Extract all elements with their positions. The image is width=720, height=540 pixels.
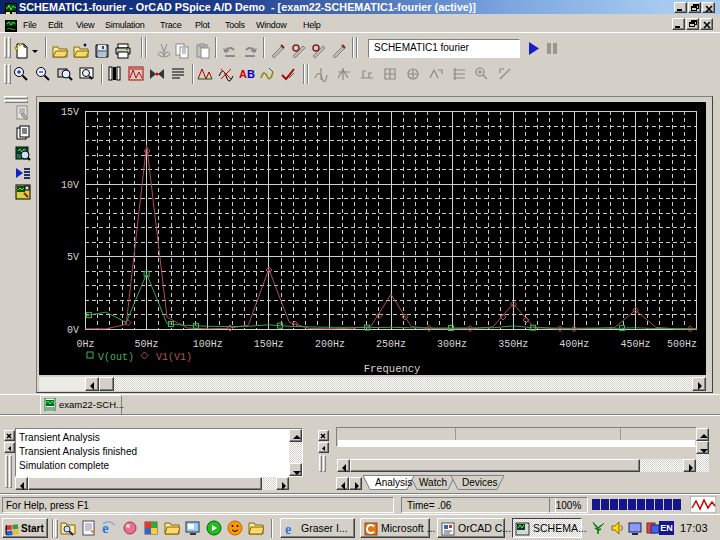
svg-text:e: e: [285, 522, 291, 537]
svg-text:15V: 15V: [61, 107, 79, 118]
svg-text:5V: 5V: [67, 252, 79, 263]
svg-text:350Hz: 350Hz: [498, 339, 528, 350]
svg-text:400Hz: 400Hz: [559, 339, 589, 350]
svg-text:300Hz: 300Hz: [437, 339, 467, 350]
svg-text:10V: 10V: [61, 180, 79, 191]
svg-text:V1(V1): V1(V1): [156, 352, 192, 363]
svg-text:100Hz: 100Hz: [193, 339, 223, 350]
svg-text:B: B: [247, 68, 255, 80]
svg-text:A: A: [239, 68, 247, 80]
svg-text:Watch: Watch: [419, 477, 447, 488]
svg-text:250Hz: 250Hz: [376, 339, 406, 350]
svg-text:450Hz: 450Hz: [620, 339, 650, 350]
svg-text:V(out): V(out): [98, 352, 134, 363]
svg-text:0Hz: 0Hz: [76, 339, 94, 350]
svg-text:50Hz: 50Hz: [135, 339, 159, 350]
svg-text:0V: 0V: [67, 325, 79, 336]
svg-text:200Hz: 200Hz: [315, 339, 345, 350]
svg-text:Frequency: Frequency: [364, 363, 421, 375]
svg-text:500Hz: 500Hz: [667, 339, 697, 350]
svg-text:Devices: Devices: [462, 477, 498, 488]
svg-text:Analysis: Analysis: [375, 477, 412, 488]
svg-text:150Hz: 150Hz: [254, 339, 284, 350]
